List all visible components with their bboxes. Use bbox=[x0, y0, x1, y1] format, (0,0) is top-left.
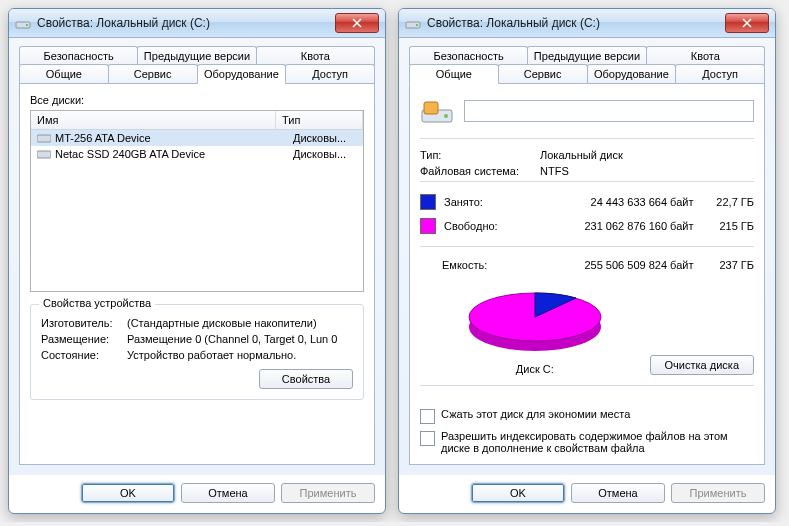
drive-icon bbox=[405, 15, 421, 31]
svg-point-7 bbox=[444, 114, 448, 118]
svg-rect-8 bbox=[424, 102, 438, 114]
used-bytes: 24 443 633 664 байт bbox=[550, 190, 704, 214]
svg-rect-3 bbox=[37, 151, 51, 158]
drive-name: MT-256 ATA Device bbox=[55, 132, 289, 144]
dialog-buttons: OK Отмена Применить bbox=[9, 475, 385, 513]
tab-security[interactable]: Безопасность bbox=[19, 46, 138, 65]
filesystem-label: Файловая система: bbox=[420, 165, 540, 177]
drive-large-icon bbox=[420, 94, 454, 128]
pie-chart bbox=[460, 285, 610, 357]
manufacturer-label: Изготовитель: bbox=[41, 317, 127, 329]
filesystem-value: NTFS bbox=[540, 165, 754, 177]
all-drives-label: Все диски: bbox=[30, 94, 364, 106]
list-item[interactable]: Netac SSD 240GB ATA Device Дисковы... bbox=[31, 146, 363, 162]
tab-sharing[interactable]: Доступ bbox=[675, 64, 765, 84]
tab-previous-versions[interactable]: Предыдущие версии bbox=[527, 46, 646, 65]
tab-security[interactable]: Безопасность bbox=[409, 46, 528, 65]
checkbox[interactable] bbox=[420, 431, 435, 446]
location-value: Размещение 0 (Channel 0, Target 0, Lun 0 bbox=[127, 333, 353, 345]
drive-type: Дисковы... bbox=[293, 132, 357, 144]
tab-service[interactable]: Сервис bbox=[498, 64, 588, 84]
checkbox[interactable] bbox=[420, 409, 435, 424]
tab-service[interactable]: Сервис bbox=[108, 64, 198, 84]
column-type[interactable]: Тип bbox=[276, 111, 363, 129]
free-label: Свободно: bbox=[444, 220, 498, 232]
drive-icon bbox=[15, 15, 31, 31]
drive-name: Netac SSD 240GB ATA Device bbox=[55, 148, 289, 160]
capacity-gb: 237 ГБ bbox=[703, 255, 754, 275]
svg-rect-5 bbox=[416, 24, 418, 26]
hdd-icon bbox=[37, 132, 51, 144]
location-label: Размещение: bbox=[41, 333, 127, 345]
tab-hardware[interactable]: Оборудование bbox=[587, 64, 677, 84]
tabs-row-2: Общие Сервис Оборудование Доступ bbox=[19, 64, 375, 84]
manufacturer-value: (Стандартные дисковые накопители) bbox=[127, 317, 353, 329]
tab-general[interactable]: Общие bbox=[409, 64, 499, 84]
tabs-row-1: Безопасность Предыдущие версии Квота bbox=[409, 46, 765, 65]
tab-hardware[interactable]: Оборудование bbox=[197, 64, 287, 84]
dialog-buttons: OK Отмена Применить bbox=[399, 475, 775, 513]
ok-button[interactable]: OK bbox=[81, 483, 175, 503]
capacity-bytes: 255 506 509 824 байт bbox=[550, 255, 704, 275]
properties-window-hardware: Свойства: Локальный диск (C:) Безопаснос… bbox=[8, 8, 386, 514]
svg-rect-1 bbox=[26, 24, 28, 26]
cancel-button[interactable]: Отмена bbox=[181, 483, 275, 503]
used-gb: 22,7 ГБ bbox=[703, 190, 754, 214]
drives-listview[interactable]: Имя Тип MT-256 ATA Device Дисковы... Net… bbox=[30, 110, 364, 292]
device-properties-group: Свойства устройства Изготовитель: (Станд… bbox=[30, 304, 364, 400]
index-checkbox-row[interactable]: Разрешить индексировать содержимое файло… bbox=[420, 430, 754, 454]
tabs-row-2: Общие Сервис Оборудование Доступ bbox=[409, 64, 765, 84]
titlebar[interactable]: Свойства: Локальный диск (C:) bbox=[9, 9, 385, 38]
compress-label: Сжать этот диск для экономии места bbox=[441, 408, 630, 420]
close-button[interactable] bbox=[335, 13, 379, 33]
tab-sharing[interactable]: Доступ bbox=[285, 64, 375, 84]
capacity-label: Емкость: bbox=[442, 259, 487, 271]
type-label: Тип: bbox=[420, 149, 540, 161]
device-properties-button[interactable]: Свойства bbox=[259, 369, 353, 389]
window-title: Свойства: Локальный диск (C:) bbox=[427, 16, 719, 30]
apply-button: Применить bbox=[281, 483, 375, 503]
hdd-icon bbox=[37, 148, 51, 160]
free-swatch bbox=[420, 218, 436, 234]
tab-panel-general: Тип: Локальный диск Файловая система: NT… bbox=[409, 83, 765, 465]
volume-name-input[interactable] bbox=[464, 100, 754, 122]
disk-cleanup-button[interactable]: Очистка диска bbox=[650, 355, 754, 375]
tab-previous-versions[interactable]: Предыдущие версии bbox=[137, 46, 256, 65]
titlebar[interactable]: Свойства: Локальный диск (C:) bbox=[399, 9, 775, 38]
used-swatch bbox=[420, 194, 436, 210]
space-table: Занято: 24 443 633 664 байт 22,7 ГБ Своб… bbox=[420, 190, 754, 275]
client-area: Безопасность Предыдущие версии Квота Общ… bbox=[399, 38, 775, 475]
compress-checkbox-row[interactable]: Сжать этот диск для экономии места bbox=[420, 408, 754, 424]
status-value: Устройство работает нормально. bbox=[127, 349, 353, 361]
window-title: Свойства: Локальный диск (C:) bbox=[37, 16, 329, 30]
index-label: Разрешить индексировать содержимое файло… bbox=[441, 430, 754, 454]
used-label: Занято: bbox=[444, 196, 483, 208]
cancel-button[interactable]: Отмена bbox=[571, 483, 665, 503]
tab-quota[interactable]: Квота bbox=[256, 46, 375, 65]
client-area: Безопасность Предыдущие версии Квота Общ… bbox=[9, 38, 385, 475]
svg-rect-2 bbox=[37, 135, 51, 142]
ok-button[interactable]: OK bbox=[471, 483, 565, 503]
drive-type: Дисковы... bbox=[293, 148, 357, 160]
tab-panel-hardware: Все диски: Имя Тип MT-256 ATA Device Дис… bbox=[19, 83, 375, 465]
column-name[interactable]: Имя bbox=[31, 111, 276, 129]
tab-general[interactable]: Общие bbox=[19, 64, 109, 84]
properties-window-general: Свойства: Локальный диск (C:) Безопаснос… bbox=[398, 8, 776, 514]
close-button[interactable] bbox=[725, 13, 769, 33]
groupbox-title: Свойства устройства bbox=[39, 297, 155, 309]
status-label: Состояние: bbox=[41, 349, 127, 361]
pie-caption: Диск C: bbox=[516, 363, 554, 375]
tab-quota[interactable]: Квота bbox=[646, 46, 765, 65]
apply-button: Применить bbox=[671, 483, 765, 503]
listview-header: Имя Тип bbox=[31, 111, 363, 130]
free-gb: 215 ГБ bbox=[703, 214, 754, 238]
type-value: Локальный диск bbox=[540, 149, 754, 161]
free-bytes: 231 062 876 160 байт bbox=[550, 214, 704, 238]
list-item[interactable]: MT-256 ATA Device Дисковы... bbox=[31, 130, 363, 146]
tabs-row-1: Безопасность Предыдущие версии Квота bbox=[19, 46, 375, 65]
